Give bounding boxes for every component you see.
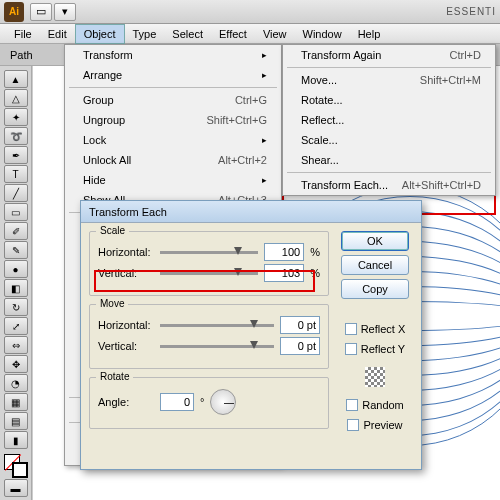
menu-file[interactable]: File (6, 25, 40, 43)
menu-select[interactable]: Select (164, 25, 211, 43)
move-v-label: Vertical: (98, 340, 154, 352)
toolbox: ▲ △ ✦ ➰ ✒ T ╱ ▭ ✐ ✎ ● ◧ ↻ ⤢ ⇔ ✥ ◔ ▦ ▤ ▮ … (0, 66, 32, 500)
menu-item[interactable]: UngroupShift+Ctrl+G (65, 110, 281, 130)
scale-v-slider[interactable] (160, 272, 258, 275)
bridge-icon[interactable]: ▭ (30, 3, 52, 21)
dialog-title: Transform Each (81, 201, 421, 223)
menu-help[interactable]: Help (350, 25, 389, 43)
line-tool[interactable]: ╱ (4, 184, 28, 202)
menu-window[interactable]: Window (295, 25, 350, 43)
menu-effect[interactable]: Effect (211, 25, 255, 43)
direct-select-tool[interactable]: △ (4, 89, 28, 107)
stroke-swatch[interactable] (12, 462, 28, 478)
color-mode[interactable]: ▬ (4, 479, 28, 497)
menu-item[interactable]: Transform (65, 45, 281, 65)
free-transform-tool[interactable]: ✥ (4, 355, 28, 373)
scale-label: Scale (96, 225, 129, 236)
workspace-label: ESSENTI (446, 6, 496, 17)
menu-item[interactable]: Transform Each...Alt+Shift+Ctrl+D (283, 175, 495, 195)
move-label: Move (96, 298, 128, 309)
app-logo: Ai (4, 2, 24, 22)
rotate-label: Rotate (96, 371, 133, 382)
ok-button[interactable]: OK (341, 231, 409, 251)
reflect-x-check[interactable]: Reflect X (345, 323, 406, 335)
move-h-slider[interactable] (160, 324, 274, 327)
arrange-icon[interactable]: ▾ (54, 3, 76, 21)
perspective-tool[interactable]: ▦ (4, 393, 28, 411)
menu-item[interactable]: Scale... (283, 130, 495, 150)
blob-tool[interactable]: ● (4, 260, 28, 278)
scale-h-label: Horizontal: (98, 246, 154, 258)
rect-tool[interactable]: ▭ (4, 203, 28, 221)
fill-stroke-swatch[interactable] (4, 454, 28, 478)
percent-unit: % (310, 246, 320, 258)
reference-point[interactable] (365, 367, 385, 387)
wand-tool[interactable]: ✦ (4, 108, 28, 126)
menu-type[interactable]: Type (125, 25, 165, 43)
cancel-button[interactable]: Cancel (341, 255, 409, 275)
menu-view[interactable]: View (255, 25, 295, 43)
menu-bar: File Edit Object Type Select Effect View… (0, 24, 500, 44)
percent-unit: % (310, 267, 320, 279)
pencil-tool[interactable]: ✎ (4, 241, 28, 259)
doc-controls: ▭ ▾ (30, 3, 76, 21)
path-label: Path (10, 49, 33, 61)
scale-h-input[interactable] (264, 243, 304, 261)
mesh-tool[interactable]: ▤ (4, 412, 28, 430)
move-h-input[interactable] (280, 316, 320, 334)
move-group: Move Horizontal: Vertical: (89, 304, 329, 369)
menu-item[interactable]: Move...Shift+Ctrl+M (283, 70, 495, 90)
menu-item[interactable]: Unlock AllAlt+Ctrl+2 (65, 150, 281, 170)
lasso-tool[interactable]: ➰ (4, 127, 28, 145)
pen-tool[interactable]: ✒ (4, 146, 28, 164)
width-tool[interactable]: ⇔ (4, 336, 28, 354)
menu-item[interactable]: Transform AgainCtrl+D (283, 45, 495, 65)
angle-label: Angle: (98, 396, 154, 408)
menu-item[interactable]: Lock (65, 130, 281, 150)
move-h-label: Horizontal: (98, 319, 154, 331)
shape-builder-tool[interactable]: ◔ (4, 374, 28, 392)
menu-object[interactable]: Object (75, 24, 125, 44)
selection-tool[interactable]: ▲ (4, 70, 28, 88)
scale-tool[interactable]: ⤢ (4, 317, 28, 335)
scale-v-input[interactable] (264, 264, 304, 282)
rotate-group: Rotate Angle: ° (89, 377, 329, 429)
scale-v-label: Vertical: (98, 267, 154, 279)
move-v-input[interactable] (280, 337, 320, 355)
type-tool[interactable]: T (4, 165, 28, 183)
title-bar: Ai ▭ ▾ ESSENTI (0, 0, 500, 24)
transform-submenu: Transform AgainCtrl+DMove...Shift+Ctrl+M… (282, 44, 496, 196)
scale-group: Scale Horizontal: % Vertical: % (89, 231, 329, 296)
menu-item[interactable]: Reflect... (283, 110, 495, 130)
gradient-tool[interactable]: ▮ (4, 431, 28, 449)
preview-check[interactable]: Preview (347, 419, 402, 431)
eraser-tool[interactable]: ◧ (4, 279, 28, 297)
menu-item[interactable]: Arrange (65, 65, 281, 85)
reflect-y-check[interactable]: Reflect Y (345, 343, 405, 355)
angle-input[interactable] (160, 393, 194, 411)
angle-dial[interactable] (210, 389, 236, 415)
menu-item[interactable]: Hide (65, 170, 281, 190)
menu-item[interactable]: Shear... (283, 150, 495, 170)
brush-tool[interactable]: ✐ (4, 222, 28, 240)
random-check[interactable]: Random (346, 399, 404, 411)
transform-each-dialog: Transform Each Scale Horizontal: % Verti… (80, 200, 422, 470)
move-v-slider[interactable] (160, 345, 274, 348)
copy-button[interactable]: Copy (341, 279, 409, 299)
rotate-tool[interactable]: ↻ (4, 298, 28, 316)
menu-item[interactable]: GroupCtrl+G (65, 90, 281, 110)
scale-h-slider[interactable] (160, 251, 258, 254)
menu-item[interactable]: Rotate... (283, 90, 495, 110)
menu-edit[interactable]: Edit (40, 25, 75, 43)
degree-unit: ° (200, 396, 204, 408)
